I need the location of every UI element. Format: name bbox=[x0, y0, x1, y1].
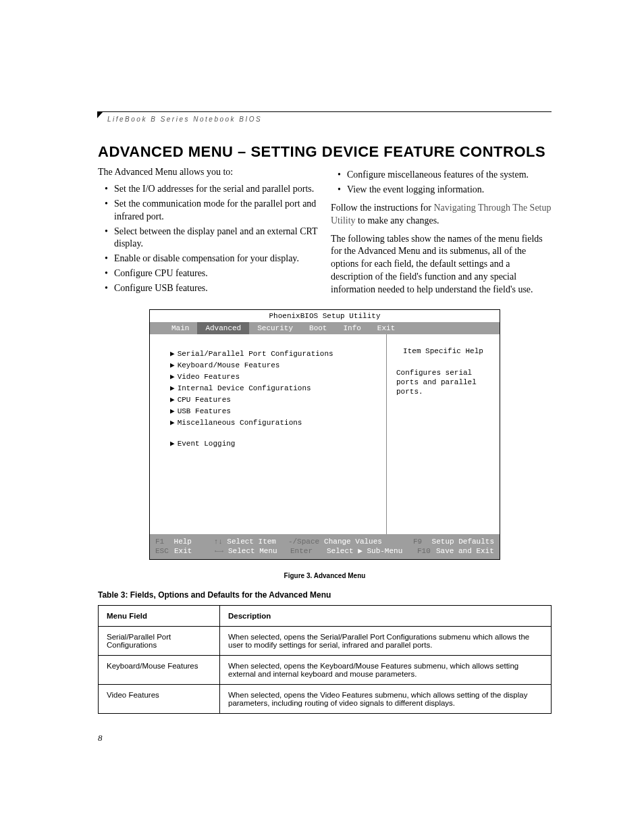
key-desc: Change Values bbox=[324, 537, 413, 546]
table-title: Table 3: Fields, Options and Defaults fo… bbox=[98, 590, 552, 600]
bios-item-label: Keyboard/Mouse Features bbox=[178, 361, 280, 369]
bios-help-pane: Item Specific Help Configures serial por… bbox=[387, 334, 500, 534]
bios-item-label: Miscellaneous Configurations bbox=[178, 419, 302, 427]
bios-title: PhoenixBIOS Setup Utility bbox=[150, 310, 500, 322]
paragraph: The following tables show the names of t… bbox=[331, 233, 552, 296]
bullet: View the event logging information. bbox=[340, 184, 552, 197]
bios-menu-item[interactable]: ▶Miscellaneous Configurations bbox=[170, 418, 386, 427]
bios-tab-security[interactable]: Security bbox=[249, 322, 301, 334]
table-cell: Video Features bbox=[99, 685, 220, 714]
bios-item-label: USB Features bbox=[178, 407, 231, 415]
bios-footer: F1 Help ↑↓ Select Item -/Space Change Va… bbox=[150, 534, 500, 559]
right-column: Configure miscellaneous features of the … bbox=[331, 166, 552, 297]
key-label: Enter bbox=[290, 546, 327, 556]
triangle-right-icon: ▶ bbox=[170, 439, 175, 448]
table-cell: When selected, opens the Keyboard/Mouse … bbox=[220, 656, 552, 685]
table-cell: When selected, opens the Video Features … bbox=[220, 685, 552, 714]
running-header-text: LifeBook B Series Notebook BIOS bbox=[107, 114, 262, 123]
bios-tab-bar: Main Advanced Security Boot Info Exit bbox=[150, 322, 500, 334]
bullet: Enable or disable compensation for your … bbox=[107, 253, 319, 265]
key-desc: Help bbox=[174, 537, 214, 546]
page-number: 8 bbox=[98, 733, 103, 744]
table-header-row: Menu Field Description bbox=[99, 606, 552, 627]
table-header: Menu Field bbox=[99, 606, 220, 627]
spacer bbox=[170, 429, 386, 439]
triangle-right-icon: ▶ bbox=[170, 395, 175, 405]
left-bullets: Set the I/O addresses for the serial and… bbox=[98, 183, 319, 295]
bios-tab-exit[interactable]: Exit bbox=[369, 322, 403, 334]
bios-menu-item[interactable]: ▶Event Logging bbox=[170, 439, 386, 448]
bios-tab-info[interactable]: Info bbox=[335, 322, 369, 334]
table-cell: Keyboard/Mouse Features bbox=[99, 656, 220, 685]
bios-menu-item[interactable]: ▶CPU Features bbox=[170, 395, 386, 405]
left-column: The Advanced Menu allows you to: Set the… bbox=[98, 166, 319, 297]
bullet: Configure miscellaneous features of the … bbox=[340, 169, 552, 182]
txt: Sub-Menu bbox=[363, 547, 402, 555]
bios-tab-advanced[interactable]: Advanced bbox=[197, 322, 249, 334]
key-desc: Setup Defaults bbox=[432, 537, 494, 546]
key-desc: Select Item bbox=[227, 537, 288, 546]
bullet: Select between the display panel and an … bbox=[107, 226, 319, 251]
bios-menu-item[interactable]: ▶Video Features bbox=[170, 372, 386, 382]
para-text: to make any changes. bbox=[356, 215, 439, 226]
triangle-right-icon: ▶ bbox=[170, 349, 175, 359]
txt: Select bbox=[327, 547, 358, 555]
bios-tab-boot[interactable]: Boot bbox=[301, 322, 335, 334]
table-row: Keyboard/Mouse Features When selected, o… bbox=[99, 656, 552, 685]
bios-footer-row: F1 Help ↑↓ Select Item -/Space Change Va… bbox=[155, 537, 494, 546]
bios-item-label: Internal Device Configurations bbox=[178, 384, 311, 392]
key-desc: Select Menu bbox=[228, 546, 290, 556]
bios-figure: PhoenixBIOS Setup Utility Main Advanced … bbox=[149, 309, 500, 560]
bios-tab-main[interactable]: Main bbox=[163, 322, 197, 334]
intro-text: The Advanced Menu allows you to: bbox=[98, 166, 319, 179]
page-content: LifeBook B Series Notebook BIOS ADVANCED… bbox=[98, 111, 552, 714]
table-row: Video Features When selected, opens the … bbox=[99, 685, 552, 714]
triangle-right-icon: ▶ bbox=[170, 361, 175, 370]
bios-item-label: Serial/Parallel Port Configurations bbox=[178, 350, 333, 358]
bios-help-title: Item Specific Help bbox=[396, 346, 490, 356]
page-title: ADVANCED MENU – SETTING DEVICE FEATURE C… bbox=[98, 143, 552, 161]
bullet: Configure USB features. bbox=[107, 282, 319, 295]
table-header: Description bbox=[220, 606, 552, 627]
paragraph: Follow the instructions for Navigating T… bbox=[331, 202, 552, 228]
bios-menu-item[interactable]: ▶USB Features bbox=[170, 407, 386, 416]
key-label: ↑↓ bbox=[214, 537, 227, 546]
bios-item-label: Video Features bbox=[178, 373, 240, 381]
triangle-right-icon: ▶ bbox=[170, 407, 175, 416]
triangle-right-icon: ▶ bbox=[170, 384, 175, 393]
bios-item-label: CPU Features bbox=[178, 396, 231, 404]
table-cell: Serial/Parallel Port Configurations bbox=[99, 627, 220, 656]
key-desc: Exit bbox=[174, 546, 215, 556]
key-desc: Select ▶ Sub-Menu bbox=[327, 546, 417, 556]
bios-menu-item[interactable]: ▶Keyboard/Mouse Features bbox=[170, 361, 386, 370]
key-label: F10 bbox=[417, 546, 436, 556]
body-columns: The Advanced Menu allows you to: Set the… bbox=[98, 166, 552, 297]
triangle-right-icon: ▶ bbox=[170, 372, 175, 382]
key-label: F1 bbox=[155, 537, 174, 546]
key-label: ESC bbox=[155, 546, 174, 556]
fields-table: Menu Field Description Serial/Parallel P… bbox=[98, 605, 552, 714]
key-label: -/Space bbox=[288, 537, 324, 546]
bios-help-text: Configures serial ports and parallel por… bbox=[396, 368, 490, 396]
table-row: Serial/Parallel Port Configurations When… bbox=[99, 627, 552, 656]
bios-footer-row: ESC Exit ←→ Select Menu Enter Select ▶ S… bbox=[155, 546, 494, 556]
bios-item-label: Event Logging bbox=[178, 440, 236, 448]
key-label: F9 bbox=[413, 537, 432, 546]
right-bullets: Configure miscellaneous features of the … bbox=[331, 169, 552, 197]
bullet: Set the communication mode for the paral… bbox=[107, 198, 319, 224]
bios-body: ▶Serial/Parallel Port Configurations ▶Ke… bbox=[150, 334, 500, 534]
running-header: LifeBook B Series Notebook BIOS bbox=[98, 111, 552, 124]
figure-caption: Figure 3. Advanced Menu bbox=[98, 572, 552, 579]
bullet: Set the I/O addresses for the serial and… bbox=[107, 183, 319, 196]
key-desc: Save and Exit bbox=[436, 546, 494, 556]
bios-menu-item[interactable]: ▶Internal Device Configurations bbox=[170, 384, 386, 393]
triangle-right-icon: ▶ bbox=[170, 418, 175, 427]
table-cell: When selected, opens the Serial/Parallel… bbox=[220, 627, 552, 656]
header-marker bbox=[97, 111, 103, 118]
bios-window: PhoenixBIOS Setup Utility Main Advanced … bbox=[149, 309, 500, 560]
key-label: ←→ bbox=[215, 546, 228, 556]
para-text: Follow the instructions for bbox=[331, 203, 433, 213]
bullet: Configure CPU features. bbox=[107, 267, 319, 280]
bios-menu-list: ▶Serial/Parallel Port Configurations ▶Ke… bbox=[150, 334, 387, 534]
bios-menu-item[interactable]: ▶Serial/Parallel Port Configurations bbox=[170, 349, 386, 359]
